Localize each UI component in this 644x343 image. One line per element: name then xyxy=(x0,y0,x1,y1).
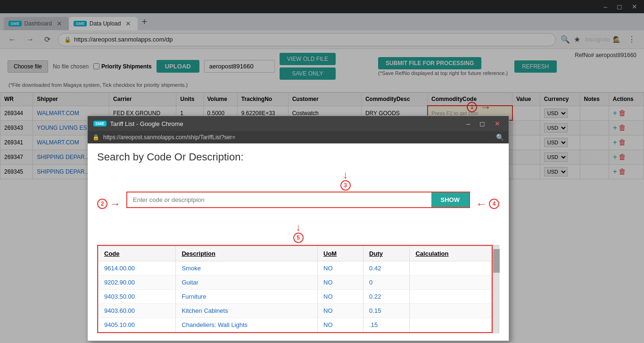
uom-link[interactable]: NO xyxy=(323,293,333,300)
desc-link[interactable]: Chandeliers: Wall Lights xyxy=(182,321,248,328)
duty-link[interactable]: 0.42 xyxy=(369,265,381,272)
modal-cell-duty: 0 xyxy=(363,276,410,290)
modal-table-wrapper: Code Description UoM Duty Calculation 96… xyxy=(97,245,493,333)
uom-link[interactable]: NO xyxy=(323,307,333,314)
modal-col-duty: Duty xyxy=(363,246,410,261)
modal-search-icon[interactable]: 🔍 xyxy=(496,134,504,141)
modal-scrollbar[interactable] xyxy=(493,245,499,333)
search-row-container: 2 → SHOW ← 4 xyxy=(97,192,499,216)
modal-cell-code: 9614.00.00 xyxy=(99,261,176,276)
code-link[interactable]: 9403.60.00 xyxy=(104,307,135,314)
modal-table-body: 9614.00.00 Smoke NO 0.42 9202.90.00 Guit… xyxy=(99,261,492,332)
annotation-5-container: ↓ 5 xyxy=(97,222,499,243)
modal-cell-calc xyxy=(410,304,492,318)
modal-cell-calc xyxy=(410,290,492,304)
modal-table-row: 9614.00.00 Smoke NO 0.42 xyxy=(99,261,492,276)
code-link[interactable]: 9405.10.00 xyxy=(104,321,135,328)
modal-scrollbar-thumb[interactable] xyxy=(493,249,500,273)
uom-link[interactable]: NO xyxy=(323,265,333,272)
annotation-3-container: ↓ 3 xyxy=(97,170,499,191)
modal-close-button[interactable]: ✕ xyxy=(492,119,503,128)
modal-col-desc: Description xyxy=(176,246,318,261)
desc-link[interactable]: Kitchen Cabinets xyxy=(182,307,228,314)
badge-3: 3 xyxy=(340,180,351,191)
badge-5: 5 xyxy=(293,233,304,243)
modal-cell-calc xyxy=(410,261,492,276)
annotation-5: ↓ 5 xyxy=(293,222,304,243)
modal-cell-desc: Furniture xyxy=(176,290,318,304)
modal-sme-badge: SME xyxy=(93,121,107,126)
annotation-3: ↓ 3 xyxy=(340,170,351,191)
modal-col-code: Code xyxy=(99,246,176,261)
duty-link[interactable]: .15 xyxy=(369,321,378,328)
modal-cell-duty: 0.15 xyxy=(363,304,410,318)
modal-cell-duty: .15 xyxy=(363,318,410,332)
modal-restore-button[interactable]: ◻ xyxy=(477,119,488,128)
modal-cell-calc xyxy=(410,276,492,290)
modal-cell-calc xyxy=(410,318,492,332)
desc-link[interactable]: Furniture xyxy=(182,293,206,300)
uom-link[interactable]: NO xyxy=(323,321,333,328)
modal-minimize-button[interactable]: – xyxy=(463,119,473,128)
modal-lock-icon: 🔒 xyxy=(92,134,99,141)
modal-search-title: Search by Code Or Description: xyxy=(97,151,499,163)
modal-results-table: Code Description UoM Duty Calculation 96… xyxy=(98,246,492,332)
modal-cell-code: 9405.10.00 xyxy=(99,318,176,332)
modal-body: Search by Code Or Description: ↓ 3 2 → S… xyxy=(88,143,509,341)
modal-cell-code: 9403.60.00 xyxy=(99,304,176,318)
modal-table-row: 9202.90.00 Guitar NO 0 xyxy=(99,276,492,290)
modal-cell-desc: Smoke xyxy=(176,261,318,276)
show-button[interactable]: SHOW xyxy=(431,192,469,207)
modal-cell-code: 9202.90.00 xyxy=(99,276,176,290)
desc-link[interactable]: Guitar xyxy=(182,279,198,286)
modal-cell-desc: Kitchen Cabinets xyxy=(176,304,318,318)
annotation-4: ← 4 xyxy=(476,198,499,209)
modal-cell-duty: 0.22 xyxy=(363,290,410,304)
modal-cell-uom: NO xyxy=(318,318,363,332)
annotation-2: 2 → xyxy=(97,198,121,209)
modal-addressbar: 🔒 https://areopost.sanmolapps.com/ship/T… xyxy=(88,131,509,143)
code-link[interactable]: 9202.90.00 xyxy=(104,279,135,286)
code-link[interactable]: 9614.00.00 xyxy=(104,265,135,272)
modal-title: Tariff List - Google Chrome xyxy=(110,120,460,127)
badge-2: 2 xyxy=(97,199,107,209)
left-arrow-4: ← xyxy=(476,198,487,209)
uom-link[interactable]: NO xyxy=(323,279,333,286)
modal-cell-uom: NO xyxy=(318,276,363,290)
modal-url-text: https://areopost.sanmolapps.com/ship/Tar… xyxy=(103,134,235,141)
modal-col-uom: UoM xyxy=(318,246,363,261)
modal-col-calc: Calculation xyxy=(410,246,492,261)
modal-cell-desc: Chandeliers: Wall Lights xyxy=(176,318,318,332)
modal-cell-uom: NO xyxy=(318,290,363,304)
modal-table-header: Code Description UoM Duty Calculation xyxy=(99,246,492,261)
down-arrow-5: ↓ xyxy=(296,222,301,233)
badge-4: 4 xyxy=(489,199,499,209)
modal-cell-code: 9403.50.00 xyxy=(99,290,176,304)
modal-cell-uom: NO xyxy=(318,304,363,318)
modal-cell-desc: Guitar xyxy=(176,276,318,290)
modal-cell-duty: 0.42 xyxy=(363,261,410,276)
duty-link[interactable]: 0 xyxy=(369,279,372,286)
modal-search-form: SHOW xyxy=(126,192,470,208)
modal-titlebar: SME Tariff List - Google Chrome – ◻ ✕ xyxy=(88,116,509,131)
modal-results-container: Code Description UoM Duty Calculation 96… xyxy=(97,245,499,333)
tariff-search-input[interactable] xyxy=(127,192,431,207)
duty-link[interactable]: 0.22 xyxy=(369,293,381,300)
code-link[interactable]: 9403.50.00 xyxy=(104,293,135,300)
duty-link[interactable]: 0.15 xyxy=(369,307,381,314)
modal-table-row: 9405.10.00 Chandeliers: Wall Lights NO .… xyxy=(99,318,492,332)
down-arrow-3: ↓ xyxy=(343,170,348,180)
desc-link[interactable]: Smoke xyxy=(182,265,200,272)
modal-table-row: 9403.50.00 Furniture NO 0.22 xyxy=(99,290,492,304)
modal-cell-uom: NO xyxy=(318,261,363,276)
tariff-list-modal: SME Tariff List - Google Chrome – ◻ ✕ 🔒 … xyxy=(87,116,509,341)
right-arrow-2: → xyxy=(109,198,121,209)
modal-table-row: 9403.60.00 Kitchen Cabinets NO 0.15 xyxy=(99,304,492,318)
